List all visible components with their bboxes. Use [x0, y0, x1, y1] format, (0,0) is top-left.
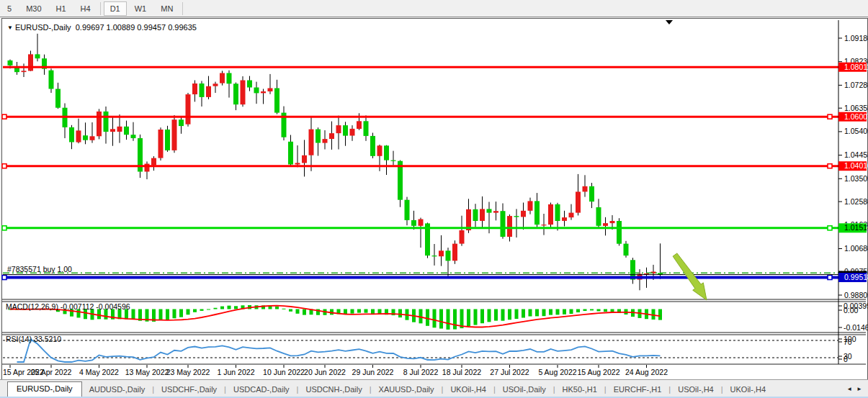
date-tick-label: 24 Aug 2022: [625, 368, 668, 376]
date-tick-label: 13 May 2022: [125, 368, 169, 376]
price-tick-label: 1.05405: [844, 127, 868, 135]
level-handle-resistance-3[interactable]: [828, 164, 832, 168]
chart-tab-audusd-daily[interactable]: AUDUSD-,Daily: [82, 383, 153, 397]
date-tick-label: 25 Apr 2022: [31, 368, 72, 376]
collapse-arrow-icon[interactable]: ▼: [7, 24, 13, 31]
level-handle-support-blue[interactable]: [828, 275, 832, 279]
price-axis[interactable]: 1.091801.082301.072801.063551.054051.044…: [838, 20, 868, 364]
macd-axis-label: 0.00: [844, 306, 859, 315]
horizontal-level-lines[interactable]: [2, 67, 838, 279]
price-tick-label: 1.09180: [844, 34, 868, 42]
date-tick-label: 5 Aug 2022: [538, 368, 576, 376]
price-tick-label: 1.07280: [844, 81, 868, 89]
chart-title: ▼ EURUSD-,Daily 0.99697 1.00889 0.99457 …: [7, 23, 197, 32]
date-tick-label: 10 Jun 2022: [263, 368, 305, 376]
price-tick-label: 1.03505: [844, 174, 868, 183]
rsi-line: [17, 339, 661, 362]
level-handle-support-green[interactable]: [828, 226, 832, 230]
chart-tab-usoil-daily[interactable]: USOil-,Daily: [496, 383, 553, 397]
date-tick-label: 27 Jul 2022: [490, 368, 529, 376]
price-badge-label: 1.04016: [844, 161, 868, 170]
rsi-axis-label: 0: [844, 355, 848, 363]
chart-tab-ukoil-h4[interactable]: UKOil-,H4: [723, 383, 774, 397]
chart-canvas[interactable]: 1.091801.082301.072801.063551.054051.044…: [0, 0, 868, 398]
price-tick-label: 1.00680: [844, 244, 868, 253]
chart-ohlc-values: 0.99697 1.00889 0.99457 0.99635: [76, 23, 197, 32]
date-tick-label: 1 Jun 2022: [218, 368, 255, 376]
price-tick-label: 1.06355: [844, 104, 868, 112]
chart-tab-usdchf-daily[interactable]: USDCHF-,Daily: [154, 383, 224, 397]
price-badge-label: 1.08011: [844, 63, 868, 71]
chart-tab-usdcnh-daily[interactable]: USDCNH-,Daily: [298, 383, 369, 397]
price-badge-label: 1.06007: [844, 112, 868, 121]
open-trade-label: #7835571 buy 1.00: [7, 265, 72, 273]
chart-tab-usoil-h4[interactable]: USOil-,H4: [671, 383, 721, 397]
tab-scroll-left-icon[interactable]: ◄: [846, 386, 852, 392]
macd-panel-splitter[interactable]: [1, 299, 867, 302]
time-axis[interactable]: 15 Apr 202225 Apr 20224 May 202213 May 2…: [3, 365, 668, 376]
chart-shift-marker-icon[interactable]: [666, 20, 673, 24]
candlestick-series: [8, 34, 663, 291]
price-tick-label: 1.02580: [844, 197, 868, 206]
rsi-indicator-label: RSI(14) 33.5210: [6, 335, 61, 343]
price-badge-label: 0.99518: [844, 273, 868, 281]
chart-tab-usdcad-daily[interactable]: USDCAD-,Daily: [226, 383, 297, 397]
chart-tab-eurchf-h1[interactable]: EURCHF-,H1: [607, 383, 669, 397]
date-tick-label: 18 Jul 2022: [442, 368, 481, 376]
level-handle-resistance-3[interactable]: [2, 164, 6, 168]
level-handle-resistance-2[interactable]: [828, 114, 832, 119]
date-tick-label: 4 May 2022: [79, 368, 119, 376]
date-tick-label: 15 Aug 2022: [578, 368, 620, 376]
chart-tab-ukoil-h4[interactable]: UKOil-,H4: [443, 383, 493, 397]
chart-tab-hk50-h1[interactable]: HK50-,H1: [555, 383, 604, 397]
rsi-panel-splitter[interactable]: [1, 332, 867, 335]
date-tick-label: 23 May 2022: [166, 368, 210, 376]
rsi-axis-label: 70: [844, 338, 852, 346]
level-handle-support-blue[interactable]: [2, 275, 6, 279]
price-tick-label: 1.04455: [844, 150, 868, 159]
level-handle-resistance-2[interactable]: [2, 114, 6, 119]
chart-tab-xauusd-daily[interactable]: XAUUSD-,Daily: [372, 383, 442, 397]
tab-scroll-right-icon[interactable]: ►: [856, 386, 862, 392]
macd-indicator-label: MACD(12,26,9) -0.007112 -0.004596: [6, 302, 130, 311]
chart-tab-eurusd-daily[interactable]: EURUSD-,Daily: [7, 381, 82, 397]
chart-tab-bar: EURUSD-,DailyAUDUSD-,Daily|USDCHF-,Daily…: [0, 379, 868, 397]
price-tick-label: 0.98805: [844, 291, 868, 299]
mt4-chart-window: 5M30H1H4D1W1MN 1.091801.082301.072801.06…: [0, 0, 868, 398]
date-tick-label: 8 Jul 2022: [403, 368, 439, 376]
macd-axis-label: -0.01469: [844, 323, 868, 332]
chart-symbol-label: EURUSD-,Daily: [15, 23, 71, 32]
level-handle-support-green[interactable]: [2, 226, 6, 230]
date-tick-label: 29 Jun 2022: [352, 368, 394, 376]
price-badge-label: 1.01514: [844, 223, 868, 232]
date-tick-label: 20 Jun 2022: [304, 368, 346, 376]
